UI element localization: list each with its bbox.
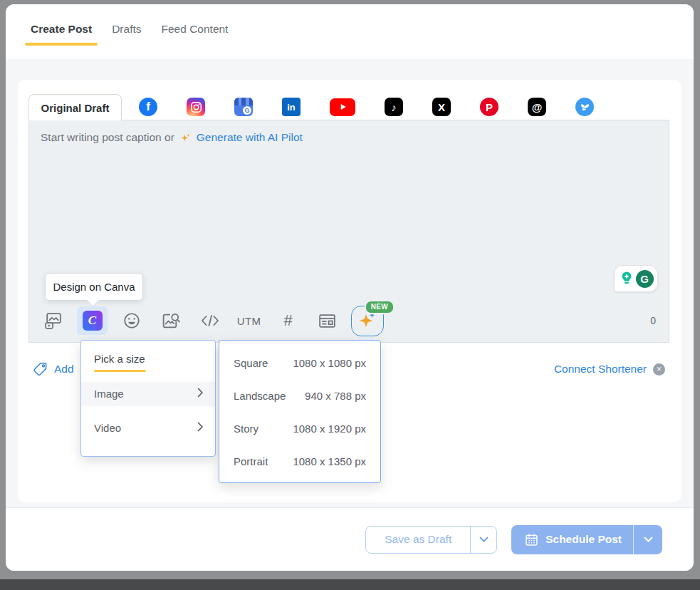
add-media-button[interactable] [38,306,68,335]
tiktok-icon[interactable]: ♪ [385,98,403,116]
image-size-submenu: Square 1080 x 1080 px Landscape 940 x 78… [219,340,381,483]
character-count: 0 [650,315,658,326]
emoji-icon [122,311,141,330]
code-snippet-button[interactable] [194,306,225,335]
schedule-dropdown-button[interactable] [634,525,662,554]
window-bottom-edge [0,579,700,590]
schedule-post-button[interactable]: Schedule Post [511,525,633,554]
grammarly-icon: G [636,270,654,288]
size-value: 1080 x 1920 px [293,423,366,435]
save-draft-split-button: Save as Draft [365,526,497,554]
hashtag-button[interactable]: # [273,306,303,335]
menu-item-square[interactable]: Square 1080 x 1080 px [219,346,380,379]
create-post-modal: Create Post Drafts Feed Content Original… [6,4,694,571]
menu-item-story[interactable]: Story 1080 x 1920 px [219,412,380,445]
save-draft-dropdown-button[interactable] [470,527,496,553]
bluesky-icon[interactable] [575,98,594,116]
image-search-icon [161,311,180,331]
template-icon [318,311,337,331]
menu-item-image[interactable]: Image [81,382,215,406]
add-labels-button[interactable]: Add [33,361,74,377]
editor-toolbar: C [38,303,658,338]
close-icon[interactable]: ✕ [653,363,665,376]
platform-icon-row: f G in ♪ X P @ [122,98,669,120]
facebook-icon[interactable]: f [139,98,157,116]
connect-shortener-link[interactable]: Connect Shortener [554,363,647,376]
instagram-icon[interactable] [187,98,205,116]
menu-item-video[interactable]: Video [81,416,215,440]
utm-label: UTM [237,315,261,327]
chevron-right-icon [197,388,204,400]
grammarly-widget[interactable]: G [614,265,658,292]
google-business-icon[interactable]: G [234,98,253,116]
modal-header: Create Post Drafts Feed Content [6,4,694,59]
pick-size-menu: Pick a size Image Video [80,340,216,457]
caption-placeholder: Start writing post caption or [41,131,174,144]
tab-drafts[interactable]: Drafts [106,16,147,48]
image-search-button[interactable] [155,306,186,335]
canva-tooltip: Design on Canva [45,273,143,301]
tab-original-draft[interactable]: Original Draft [28,94,122,120]
tag-icon [33,361,48,377]
caption-placeholder-row: Start writing post caption or Generate w… [41,131,657,144]
new-badge: NEW [365,300,395,314]
size-value: 1080 x 1350 px [293,455,366,467]
canva-icon: C [83,311,103,331]
add-label: Add [54,363,74,376]
linkedin-icon[interactable]: in [282,98,301,116]
modal-footer: Save as Draft Schedule Post [6,507,694,571]
chevron-right-icon [197,422,204,434]
grammarly-suggestion-icon [619,270,634,287]
size-value: 940 x 788 px [305,390,366,402]
tab-feed-content[interactable]: Feed Content [156,16,234,48]
pinterest-icon[interactable]: P [480,98,498,116]
schedule-split-button: Schedule Post [511,525,662,554]
calendar-icon [524,532,539,547]
template-button[interactable] [312,306,343,335]
code-icon [200,311,220,330]
chevron-down-icon [644,537,653,542]
menu-item-landscape[interactable]: Landscape 940 x 788 px [219,379,380,412]
menu-item-portrait[interactable]: Portrait 1080 x 1350 px [219,445,380,477]
composer-tab-row: Original Draft f G in ♪ [28,93,669,120]
canva-button[interactable]: C [77,306,108,335]
emoji-button[interactable] [116,306,147,335]
sparkle-icon [179,132,192,144]
hashtag-icon: # [283,311,292,330]
save-as-draft-button[interactable]: Save as Draft [366,527,470,553]
shortener-group: Connect Shortener ✕ [554,363,665,376]
x-icon[interactable]: X [432,98,451,116]
size-value: 1080 x 1080 px [293,357,366,369]
chevron-down-icon [479,537,489,542]
threads-icon[interactable]: @ [528,98,546,116]
utm-button[interactable]: UTM [234,306,264,335]
ai-assistant-button[interactable]: NEW [351,306,384,336]
youtube-icon[interactable] [330,98,355,116]
media-upload-icon [43,311,63,331]
tab-create-post[interactable]: Create Post [25,16,98,48]
title-underline [94,370,146,372]
pick-size-title: Pick a size [81,353,215,365]
caption-editor[interactable]: Start writing post caption or Generate w… [28,120,669,343]
generate-ai-pilot-link[interactable]: Generate with AI Pilot [197,131,303,144]
